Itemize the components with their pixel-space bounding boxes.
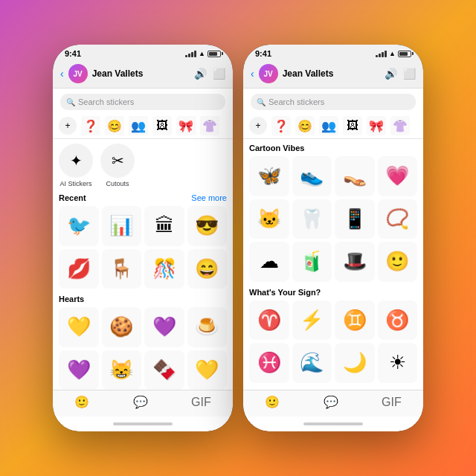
sticker-item-c11[interactable]: 🙂 xyxy=(378,242,418,282)
sticker-item-c2[interactable]: 👡 xyxy=(335,156,375,196)
sticker-item-c10[interactable]: 🎩 xyxy=(335,242,375,282)
sticker-content-left: ✦ AI Stickers ✂ Cutouts Recent See more xyxy=(53,139,233,390)
cat-sticker-0-left[interactable]: ❓ xyxy=(81,116,100,135)
sticker-item-z6[interactable]: 🌙 xyxy=(335,343,375,383)
back-button-left[interactable]: ‹ xyxy=(60,68,64,80)
sticker-item-r1[interactable]: 📊 xyxy=(102,206,142,246)
sticker-item-z5[interactable]: 🌊 xyxy=(292,343,332,383)
sticker-content-right: Cartoon Vibes 🦋 👟 👡 💗 🐱 🦷 📱 📿 ☁ 🧃 🎩 xyxy=(243,139,423,390)
sticker-item-h7[interactable]: 💛 xyxy=(187,350,228,390)
sticker-panel-left: 🔍 Search stickers + ❓ 😊 👥 🖼 🎀 👚 xyxy=(53,89,233,431)
phones-container: 9:41 ▲ ‹ JV Jean xyxy=(53,45,423,431)
sticker-item-c9[interactable]: 🧃 xyxy=(292,242,332,282)
hearts-section-header: Hearts xyxy=(59,295,227,303)
tab-bar-right: 🙂 💬 GIF xyxy=(243,390,423,416)
home-bar-left xyxy=(113,422,173,425)
time-right: 9:41 xyxy=(255,49,271,58)
sticker-item-h1[interactable]: 🍪 xyxy=(102,307,142,347)
battery-fill-right xyxy=(399,52,408,56)
see-more-btn[interactable]: See more xyxy=(191,193,227,202)
cutouts-btn[interactable]: ✂ Cutouts xyxy=(100,144,135,187)
search-placeholder-left: Search stickers xyxy=(78,97,134,106)
search-bar-right: 🔍 Search stickers xyxy=(243,89,423,114)
category-row-right: + ❓ 😊 👥 🖼 🎀 👚 xyxy=(243,114,423,139)
signal-bar-r1 xyxy=(376,55,378,57)
header-actions-right: 🔊 ⬜ xyxy=(385,68,416,80)
cat-sticker-5-left[interactable]: 👚 xyxy=(200,116,219,135)
call-button-right[interactable]: 🔊 xyxy=(385,68,397,80)
hearts-sticker-grid: 💛 🍪 💜 🍮 💜 😸 🍫 💛 xyxy=(59,307,227,390)
sticker-item-c3[interactable]: 💗 xyxy=(378,156,418,196)
recent-sticker-grid: 🐦 📊 🏛 😎 💋 🪑 🎊 😄 xyxy=(59,206,227,289)
sticker-item-c5[interactable]: 🦷 xyxy=(292,199,332,239)
status-bar-left: 9:41 ▲ xyxy=(53,45,233,61)
tab-sticker-left[interactable]: 💬 xyxy=(133,395,148,409)
tab-sticker-right[interactable]: 💬 xyxy=(324,395,338,409)
tab-face-left[interactable]: 🙂 xyxy=(74,395,89,409)
sticker-item-c4[interactable]: 🐱 xyxy=(249,199,289,239)
cat-sticker-3-right[interactable]: 🖼 xyxy=(343,116,362,135)
wifi-icon-left: ▲ xyxy=(199,50,205,57)
tab-gif-right[interactable]: GIF xyxy=(382,396,402,409)
add-category-btn-right[interactable]: + xyxy=(249,117,267,135)
tab-face-right[interactable]: 🙂 xyxy=(265,395,280,409)
sticker-item-r7[interactable]: 😄 xyxy=(187,249,228,289)
sticker-item-z4[interactable]: ♓ xyxy=(249,343,289,383)
sticker-item-r5[interactable]: 🪑 xyxy=(102,249,142,289)
sticker-item-h2[interactable]: 💜 xyxy=(144,307,184,347)
signal-bar-3 xyxy=(191,52,193,57)
sticker-item-z2[interactable]: ♊ xyxy=(335,300,375,341)
call-button-left[interactable]: 🔊 xyxy=(194,68,207,80)
signal-bars-right xyxy=(376,51,387,57)
search-input-wrap-right[interactable]: 🔍 Search stickers xyxy=(251,94,416,110)
sticker-item-h3[interactable]: 🍮 xyxy=(187,307,228,347)
ai-stickers-label: AI Stickers xyxy=(60,180,91,187)
sticker-item-r0[interactable]: 🐦 xyxy=(59,206,99,246)
right-phone-screen: 9:41 ▲ ‹ JV Jean xyxy=(243,45,423,431)
sticker-item-z1[interactable]: ⚡ xyxy=(292,300,332,341)
sticker-item-r2[interactable]: 🏛 xyxy=(144,206,184,246)
cutouts-icon: ✂ xyxy=(100,144,135,178)
signal-bar-r2 xyxy=(379,54,381,57)
signal-bar-r3 xyxy=(382,52,384,57)
sticker-item-r4[interactable]: 💋 xyxy=(59,249,99,289)
cat-sticker-1-right[interactable]: 😊 xyxy=(295,116,315,135)
sticker-item-z0[interactable]: ♈ xyxy=(249,300,289,341)
contact-name-right: Jean Vallets xyxy=(283,68,380,79)
sticker-item-h4[interactable]: 💜 xyxy=(59,350,99,390)
sticker-item-h6[interactable]: 🍫 xyxy=(144,350,184,390)
add-category-btn-left[interactable]: + xyxy=(59,117,77,135)
cat-sticker-5-right[interactable]: 👚 xyxy=(390,116,410,135)
status-icons-right: ▲ xyxy=(376,50,411,57)
signal-bar-4 xyxy=(194,51,196,57)
cat-sticker-2-right[interactable]: 👥 xyxy=(319,116,338,135)
sticker-item-c8[interactable]: ☁ xyxy=(249,242,289,282)
tab-gif-left[interactable]: GIF xyxy=(191,396,211,409)
sticker-item-r6[interactable]: 🎊 xyxy=(144,249,184,289)
video-button-right[interactable]: ⬜ xyxy=(403,68,416,80)
cat-sticker-3-left[interactable]: 🖼 xyxy=(152,116,172,135)
search-input-wrap-left[interactable]: 🔍 Search stickers xyxy=(60,94,225,110)
back-button-right[interactable]: ‹ xyxy=(251,68,254,80)
sticker-item-c7[interactable]: 📿 xyxy=(378,199,418,239)
sticker-item-c0[interactable]: 🦋 xyxy=(249,156,289,196)
sticker-item-c1[interactable]: 👟 xyxy=(292,156,332,196)
cat-sticker-1-left[interactable]: 😊 xyxy=(105,116,124,135)
video-button-left[interactable]: ⬜ xyxy=(213,68,225,80)
time-left: 9:41 xyxy=(65,49,81,58)
cat-sticker-4-right[interactable]: 🎀 xyxy=(367,116,386,135)
recent-title: Recent xyxy=(59,193,86,202)
cat-sticker-0-right[interactable]: ❓ xyxy=(271,116,291,135)
zodiac-title: What's Your Sign? xyxy=(249,288,321,297)
sticker-item-c6[interactable]: 📱 xyxy=(335,199,375,239)
sticker-item-h5[interactable]: 😸 xyxy=(102,350,142,390)
home-bar-right xyxy=(303,422,363,425)
ai-stickers-btn[interactable]: ✦ AI Stickers xyxy=(59,144,93,187)
sticker-item-z3[interactable]: ♉ xyxy=(378,300,418,341)
cat-sticker-4-left[interactable]: 🎀 xyxy=(176,116,196,135)
wifi-icon-right: ▲ xyxy=(389,50,396,57)
sticker-item-r3[interactable]: 😎 xyxy=(187,206,228,246)
sticker-item-h0[interactable]: 💛 xyxy=(59,307,99,347)
sticker-item-z7[interactable]: ☀ xyxy=(378,343,418,383)
cat-sticker-2-left[interactable]: 👥 xyxy=(129,116,148,135)
